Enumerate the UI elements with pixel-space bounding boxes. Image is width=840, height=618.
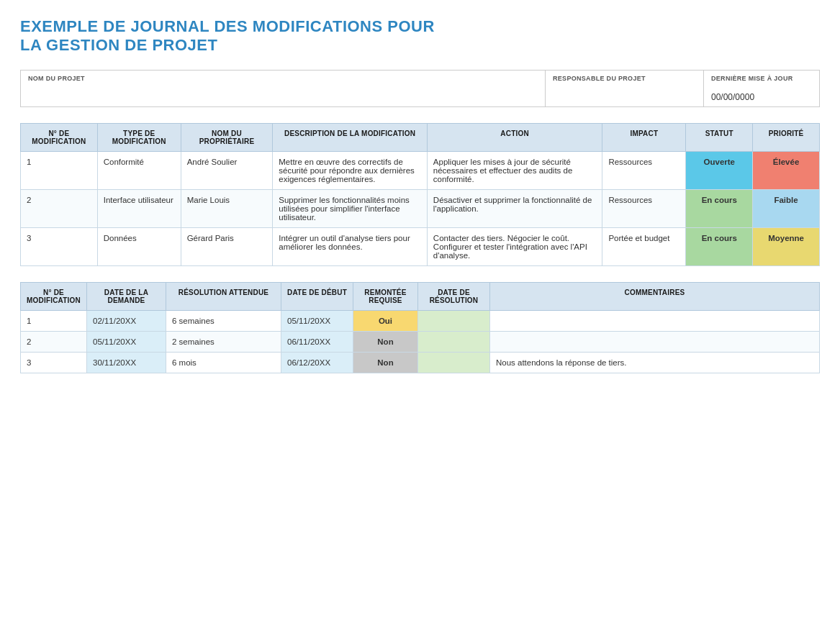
table-cell: Marie Louis (181, 189, 273, 227)
th2-date-resolution: DATE DE RÉSOLUTION (417, 282, 489, 310)
project-name-label: NOM DU PROJET (28, 75, 538, 82)
table-cell: Gérard Paris (181, 227, 273, 265)
table-cell: Données (97, 227, 181, 265)
table-cell: 1 (21, 151, 98, 189)
table-cell: 30/11/20XX (86, 352, 166, 373)
table-cell: 3 (21, 227, 98, 265)
table-cell: 1 (21, 310, 87, 331)
table-row: 1ConformitéAndré SoulierMettre en œuvre … (21, 151, 820, 189)
table-cell: Intégrer un outil d'analyse tiers pour a… (273, 227, 428, 265)
table-cell: 05/11/20XX (86, 331, 166, 352)
table-row: 3DonnéesGérard ParisIntégrer un outil d'… (21, 227, 820, 265)
table-cell (417, 331, 489, 352)
th2-resolution-attendue: RÉSOLUTION ATTENDUE (166, 282, 281, 310)
table-cell: Supprimer les fonctionnalités moins util… (273, 189, 428, 227)
table-row: 102/11/20XX6 semaines05/11/20XXOui (21, 310, 820, 331)
th-action: ACTION (427, 123, 602, 151)
title-line2: LA GESTION DE PROJET (20, 36, 217, 54)
th2-date-debut: DATE DE DÉBUT (281, 282, 353, 310)
table-cell: Ressources (602, 189, 686, 227)
th2-remontee: REMONTÉE REQUISE (353, 282, 417, 310)
project-date-value: 00/00/0000 (711, 92, 812, 102)
page-title: EXEMPLE DE JOURNAL DES MODIFICATIONS POU… (20, 17, 820, 55)
project-manager-label: RESPONSABLE DU PROJET (553, 75, 696, 82)
table-cell: Contacter des tiers. Négocier le coût. C… (427, 227, 602, 265)
table-cell: Conformité (97, 151, 181, 189)
project-date-cell: DERNIÈRE MISE À JOUR 00/00/0000 (704, 71, 819, 106)
table-cell: Oui (353, 310, 417, 331)
th2-date-demande: DATE DE LA DEMANDE (86, 282, 166, 310)
table-cell: 02/11/20XX (86, 310, 166, 331)
table-cell: Mettre en œuvre des correctifs de sécuri… (273, 151, 428, 189)
th-desc: DESCRIPTION DE LA MODIFICATION (273, 123, 428, 151)
table-cell: Portée et budget (602, 227, 686, 265)
project-info-bar: NOM DU PROJET RESPONSABLE DU PROJET DERN… (20, 70, 820, 107)
table-row: 2Interface utilisateurMarie LouisSupprim… (21, 189, 820, 227)
table-cell: Interface utilisateur (97, 189, 181, 227)
table-row: 205/11/20XX2 semaines06/11/20XXNon (21, 331, 820, 352)
table-cell (489, 310, 819, 331)
modifications-table: N° DE MODIFICATION TYPE DE MODIFICATION … (20, 123, 820, 266)
table-cell: Faible (753, 189, 820, 227)
timeline-table: N° DE MODIFICATION DATE DE LA DEMANDE RÉ… (20, 282, 820, 373)
table-cell: Ouverte (686, 151, 753, 189)
table-cell: 06/11/20XX (281, 331, 353, 352)
table-cell: Non (353, 331, 417, 352)
table-cell: Élevée (753, 151, 820, 189)
table-cell: Désactiver et supprimer la fonctionnalit… (427, 189, 602, 227)
table2-header-row: N° DE MODIFICATION DATE DE LA DEMANDE RÉ… (21, 282, 820, 310)
project-date-label: DERNIÈRE MISE À JOUR (711, 75, 812, 82)
table-cell: Ressources (602, 151, 686, 189)
th-num-mod: N° DE MODIFICATION (21, 123, 98, 151)
table-cell: 2 semaines (166, 331, 281, 352)
th-priorite: PRIORITÉ (753, 123, 820, 151)
table-cell: André Soulier (181, 151, 273, 189)
table-cell: Non (353, 352, 417, 373)
table-cell (489, 331, 819, 352)
th-statut: STATUT (686, 123, 753, 151)
table-cell: 06/12/20XX (281, 352, 353, 373)
project-manager-cell: RESPONSABLE DU PROJET (546, 71, 704, 106)
th-impact: IMPACT (602, 123, 686, 151)
table-cell: 3 (21, 352, 87, 373)
table-cell (417, 310, 489, 331)
table-cell: 2 (21, 189, 98, 227)
table-cell: Appliquer les mises à jour de sécurité n… (427, 151, 602, 189)
table-cell: 05/11/20XX (281, 310, 353, 331)
table-cell: Nous attendons la réponse de tiers. (489, 352, 819, 373)
table-cell: Moyenne (753, 227, 820, 265)
table1-header-row: N° DE MODIFICATION TYPE DE MODIFICATION … (21, 123, 820, 151)
th-type-mod: TYPE DE MODIFICATION (97, 123, 181, 151)
th2-num-mod: N° DE MODIFICATION (21, 282, 87, 310)
table-cell: 2 (21, 331, 87, 352)
project-name-cell: NOM DU PROJET (21, 71, 546, 106)
table-cell: En cours (686, 227, 753, 265)
table-cell: 6 semaines (166, 310, 281, 331)
table-row: 330/11/20XX6 mois06/12/20XXNonNous atten… (21, 352, 820, 373)
table-cell (417, 352, 489, 373)
table-cell: 6 mois (166, 352, 281, 373)
table-cell: En cours (686, 189, 753, 227)
title-line1: EXEMPLE DE JOURNAL DES MODIFICATIONS POU… (20, 17, 435, 35)
th-nom-prop: NOM DU PROPRIÉTAIRE (181, 123, 273, 151)
th2-commentaires: COMMENTAIRES (489, 282, 819, 310)
